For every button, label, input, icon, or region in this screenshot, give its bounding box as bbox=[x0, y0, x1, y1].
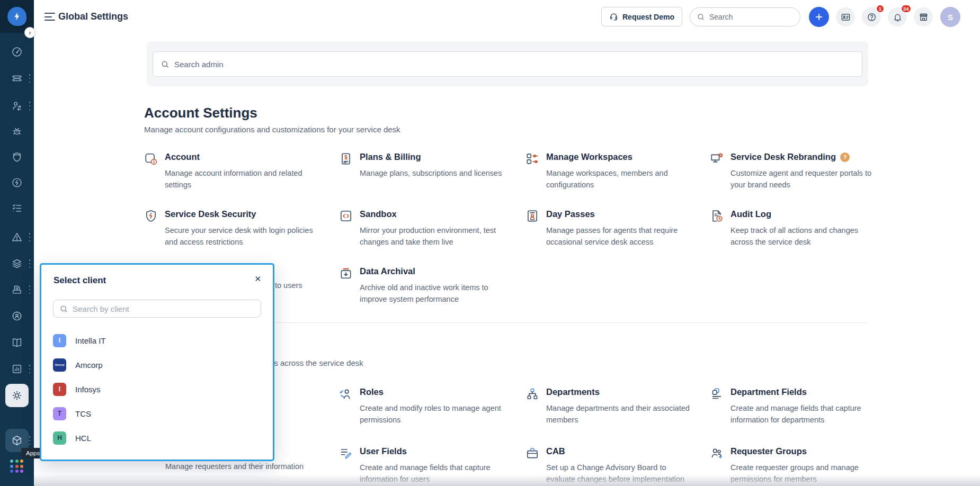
code-brackets-icon bbox=[339, 209, 353, 223]
client-name: Infosys bbox=[75, 385, 101, 394]
svg-text:$: $ bbox=[344, 155, 348, 160]
card-audit-log[interactable]: Audit Log Keep track of all actions and … bbox=[710, 209, 885, 248]
card-description: Manage plans, subscriptions and licenses bbox=[360, 168, 502, 179]
client-name: Amcorp bbox=[75, 361, 103, 370]
alerts-more-menu[interactable] bbox=[28, 233, 32, 241]
card-title: Audit Log bbox=[730, 209, 881, 219]
sidebar-expand-button[interactable]: › bbox=[24, 27, 35, 38]
checklist-icon bbox=[11, 202, 23, 214]
card-title: Account bbox=[165, 152, 316, 162]
sidebar-item-releases[interactable] bbox=[5, 171, 29, 194]
monitor-gear-icon bbox=[710, 152, 724, 166]
request-demo-button[interactable]: Request Demo bbox=[601, 7, 682, 26]
bell-icon bbox=[893, 12, 903, 22]
card-description: Mirror your production environment, test… bbox=[360, 225, 511, 248]
user-roles-icon bbox=[339, 387, 353, 401]
card-title: Data Archival bbox=[360, 266, 511, 276]
shield-bolt-icon bbox=[144, 209, 158, 223]
card-service-desk-security[interactable]: Service Desk Security Secure your servic… bbox=[144, 209, 319, 248]
client-row-infosys[interactable]: I Infosys bbox=[41, 377, 273, 401]
card-description: Manage passes for agents that require oc… bbox=[546, 225, 697, 248]
agent-directory-button[interactable] bbox=[836, 7, 855, 26]
sidebar-item-dashboard[interactable] bbox=[5, 40, 29, 64]
admin-search-box bbox=[153, 51, 862, 77]
marketplace-button[interactable] bbox=[914, 7, 933, 26]
card-manage-workspaces[interactable]: Manage Workspaces Manage workspaces, mem… bbox=[525, 152, 700, 191]
card-sandbox[interactable]: Sandbox Mirror your production environme… bbox=[339, 209, 514, 248]
card-department-fields[interactable]: Department Fields Create and manage fiel… bbox=[710, 387, 885, 426]
card-title: Sandbox bbox=[360, 209, 511, 219]
card-title: Department Fields bbox=[730, 387, 881, 397]
card-title: Day Passes bbox=[546, 209, 697, 219]
modal-title: Select client bbox=[54, 275, 106, 286]
card-title: Roles bbox=[360, 387, 511, 397]
sidebar-item-analytics[interactable] bbox=[5, 357, 29, 381]
client-list: I Intella IT Amcorp Amcorp I Infosys T T… bbox=[41, 328, 273, 450]
lightning-bolt-icon bbox=[12, 12, 22, 21]
purchase-orders-more-menu[interactable] bbox=[28, 285, 32, 294]
header-search-input[interactable] bbox=[709, 13, 783, 21]
card-departments[interactable]: Departments Manage departments and their… bbox=[525, 387, 700, 426]
rebranding-help-badge[interactable]: ? bbox=[840, 152, 850, 162]
sidebar-item-purchase-orders[interactable] bbox=[5, 278, 29, 301]
sidebar-item-tasks[interactable] bbox=[5, 196, 29, 220]
card-account[interactable]: Account Manage account information and r… bbox=[144, 152, 319, 191]
assets-more-menu[interactable] bbox=[28, 259, 32, 268]
client-row-amcorp[interactable]: Amcorp Amcorp bbox=[41, 353, 273, 377]
clipped-requesters-description: Manage requesters and their information bbox=[165, 462, 304, 471]
card-plans-billing[interactable]: $ Plans & Billing Manage plans, subscrip… bbox=[339, 152, 514, 179]
requesters-more-menu[interactable] bbox=[28, 102, 32, 110]
sidebar-item-assets[interactable] bbox=[5, 252, 29, 275]
tickets-more-menu[interactable] bbox=[28, 74, 32, 83]
admin-search-input[interactable] bbox=[174, 60, 854, 69]
app-canvas: Apps › Global Settings Request Demo + 1 bbox=[0, 0, 980, 486]
create-new-button[interactable]: + bbox=[809, 7, 829, 27]
sidebar-item-alerts[interactable] bbox=[5, 226, 29, 249]
card-description: Manage workspaces, members and configura… bbox=[546, 168, 697, 191]
card-title: User Fields bbox=[360, 446, 511, 456]
card-description: Create and modify roles to manage agent … bbox=[360, 403, 511, 426]
org-tree-icon bbox=[525, 387, 539, 401]
card-day-passes[interactable]: Day Passes Manage passes for agents that… bbox=[525, 209, 700, 248]
book-icon bbox=[11, 337, 23, 348]
archive-box-icon bbox=[339, 266, 353, 280]
card-roles[interactable]: Roles Create and modify roles to manage … bbox=[339, 387, 514, 426]
card-description: Manage departments and their associated … bbox=[546, 403, 697, 426]
client-row-intella-it[interactable]: I Intella IT bbox=[41, 328, 273, 353]
client-avatar: I bbox=[53, 383, 66, 396]
modal-close-icon[interactable]: ✕ bbox=[254, 274, 261, 284]
sidebar-item-solutions[interactable] bbox=[5, 331, 29, 354]
bug-icon bbox=[11, 125, 23, 137]
analytics-more-menu[interactable] bbox=[28, 365, 32, 373]
sidebar-item-requesters[interactable] bbox=[5, 94, 29, 118]
client-row-hcl[interactable]: H HCL bbox=[41, 426, 273, 450]
user-orbit-icon bbox=[11, 310, 23, 322]
account-settings-title: Account Settings bbox=[144, 105, 257, 121]
freshservice-logo[interactable] bbox=[7, 7, 26, 26]
card-description: Keep track of all actions and changes ac… bbox=[730, 225, 881, 248]
sidebar-item-tickets[interactable] bbox=[5, 67, 29, 90]
apps-more-menu[interactable] bbox=[28, 436, 32, 445]
client-row-tcs[interactable]: T TCS bbox=[41, 401, 273, 426]
sidebar-item-problems[interactable] bbox=[5, 120, 29, 143]
top-header: Global Settings Request Demo + 1 24 S bbox=[34, 0, 980, 37]
hamburger-menu-icon[interactable] bbox=[44, 13, 55, 21]
account-info-icon bbox=[144, 152, 158, 166]
client-search-input[interactable] bbox=[73, 304, 255, 313]
card-data-archival[interactable]: Data Archival Archive old and inactive w… bbox=[339, 266, 514, 305]
sidebar-item-services[interactable] bbox=[5, 304, 29, 328]
card-service-desk-rebranding[interactable]: Service Desk Rebranding? Customize agent… bbox=[710, 152, 885, 191]
storefront-icon bbox=[919, 12, 929, 22]
page-title: Global Settings bbox=[58, 11, 128, 22]
id-card-icon bbox=[841, 12, 851, 22]
client-search-box bbox=[53, 300, 261, 318]
clipped-card-text: to users bbox=[275, 281, 302, 290]
sidebar-item-changes[interactable] bbox=[5, 146, 29, 169]
sidebar: Apps bbox=[0, 0, 34, 486]
client-avatar: T bbox=[53, 407, 66, 420]
warning-triangle-icon bbox=[11, 231, 23, 243]
user-avatar[interactable]: S bbox=[940, 7, 960, 27]
freshworks-switcher-icon[interactable] bbox=[10, 460, 24, 473]
sidebar-item-admin-settings[interactable] bbox=[5, 384, 29, 407]
shield-icon bbox=[11, 151, 23, 163]
